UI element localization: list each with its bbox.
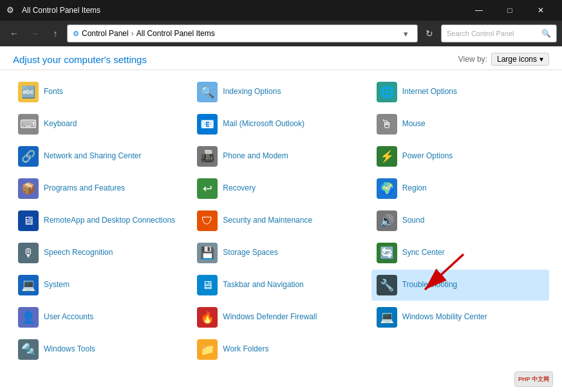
control-item-user[interactable]: 👤 User Accounts xyxy=(13,302,191,333)
item-icon-power: ⚡ xyxy=(377,146,397,167)
watermark: PHP 中文网 xyxy=(514,371,553,387)
item-label-system: System xyxy=(44,280,70,290)
item-icon-recovery: ↩ xyxy=(197,178,218,199)
item-icon-keyboard: ⌨ xyxy=(18,114,39,135)
item-label-remoteapp: RemoteApp and Desktop Connections xyxy=(44,216,175,226)
control-item-wmobility[interactable]: 💻 Windows Mobility Center xyxy=(371,302,549,333)
item-icon-windows-tools: 🔩 xyxy=(18,339,39,360)
control-item-indexing[interactable]: 🔍 Indexing Options xyxy=(192,77,370,107)
refresh-button[interactable]: ↻ xyxy=(420,24,438,42)
search-icon: 🔍 xyxy=(541,29,551,38)
item-icon-sync: 🔄 xyxy=(377,243,397,263)
address-bar: ← → ↑ ⚙ Control Panel › All Control Pane… xyxy=(0,21,562,46)
view-by-control: View by: Large icons ▾ xyxy=(458,53,549,66)
item-icon-phone: 📠 xyxy=(197,146,218,167)
control-item-storage[interactable]: 💾 Storage Spaces xyxy=(192,238,370,268)
control-item-system[interactable]: 💻 System xyxy=(13,270,191,301)
window-title: All Control Panel Items xyxy=(22,6,464,15)
view-by-button[interactable]: Large icons ▾ xyxy=(491,53,549,66)
search-box[interactable]: Search Control Panel 🔍 xyxy=(441,24,557,42)
title-bar: ⚙ All Control Panel Items — □ ✕ xyxy=(0,0,562,21)
breadcrumb-dropdown[interactable]: ▾ xyxy=(399,24,412,42)
item-label-mouse: Mouse xyxy=(402,119,426,129)
item-label-network: Network and Sharing Center xyxy=(44,151,141,162)
item-icon-internet: 🌐 xyxy=(377,82,397,102)
item-label-region: Region xyxy=(402,183,427,194)
content-header: Adjust your computer's settings View by:… xyxy=(0,46,562,70)
breadcrumb-control-panel: Control Panel xyxy=(82,29,129,38)
control-item-internet[interactable]: 🌐 Internet Options xyxy=(371,77,549,107)
view-by-label: View by: xyxy=(458,55,487,64)
item-label-troubleshoot: Troubleshooting xyxy=(402,280,458,290)
item-label-internet: Internet Options xyxy=(402,87,457,97)
control-item-security[interactable]: 🛡 Security and Maintenance xyxy=(192,205,370,236)
control-item-recovery[interactable]: ↩ Recovery xyxy=(192,173,370,204)
close-button[interactable]: ✕ xyxy=(526,0,556,21)
window-controls: — □ ✕ xyxy=(464,0,556,21)
item-label-indexing: Indexing Options xyxy=(223,87,281,97)
item-icon-mail: 📧 xyxy=(197,114,218,135)
back-button[interactable]: ← xyxy=(5,24,23,42)
item-label-user: User Accounts xyxy=(44,312,93,322)
control-item-programs[interactable]: 📦 Programs and Features xyxy=(13,173,191,204)
item-icon-wdefender: 🔥 xyxy=(197,307,218,328)
content-area: Adjust your computer's settings View by:… xyxy=(0,46,562,392)
control-item-windows-tools[interactable]: 🔩 Windows Tools xyxy=(13,334,191,365)
item-icon-speech: 🎙 xyxy=(18,243,39,263)
item-label-taskbar: Taskbar and Navigation xyxy=(223,280,303,290)
control-item-mail[interactable]: 📧 Mail (Microsoft Outlook) xyxy=(192,109,370,140)
item-icon-wmobility: 💻 xyxy=(377,307,397,328)
control-item-mouse[interactable]: 🖱 Mouse xyxy=(371,109,549,140)
item-icon-mouse: 🖱 xyxy=(377,114,397,135)
view-by-arrow: ▾ xyxy=(539,55,543,64)
control-item-keyboard[interactable]: ⌨ Keyboard xyxy=(13,109,191,140)
minimize-button[interactable]: — xyxy=(464,0,494,21)
app-icon: ⚙ xyxy=(6,5,17,15)
item-label-security: Security and Maintenance xyxy=(223,216,312,226)
control-item-region[interactable]: 🌍 Region xyxy=(371,173,549,204)
item-icon-indexing: 🔍 xyxy=(197,82,218,102)
items-grid: 🔤 Fonts 🔍 Indexing Options 🌐 Internet Op… xyxy=(13,77,549,365)
item-label-programs: Programs and Features xyxy=(44,183,125,194)
item-label-wdefender: Windows Defender Firewall xyxy=(223,312,317,322)
item-label-work: Work Folders xyxy=(223,344,268,355)
item-icon-sound: 🔊 xyxy=(377,210,397,231)
item-icon-system: 💻 xyxy=(18,275,39,295)
control-item-phone[interactable]: 📠 Phone and Modem xyxy=(192,141,370,172)
item-label-recovery: Recovery xyxy=(223,183,256,194)
control-item-speech[interactable]: 🎙 Speech Recognition xyxy=(13,238,191,268)
control-item-remoteapp[interactable]: 🖥 RemoteApp and Desktop Connections xyxy=(13,205,191,236)
item-icon-network: 🔗 xyxy=(18,146,39,167)
item-label-fonts: Fonts xyxy=(44,87,63,97)
item-icon-programs: 📦 xyxy=(18,178,39,199)
control-item-sync[interactable]: 🔄 Sync Center xyxy=(371,238,549,268)
control-item-fonts[interactable]: 🔤 Fonts xyxy=(13,77,191,107)
breadcrumb-all-items: All Control Panel Items xyxy=(136,29,215,38)
control-item-wdefender[interactable]: 🔥 Windows Defender Firewall xyxy=(192,302,370,333)
item-icon-user: 👤 xyxy=(18,307,39,328)
control-item-network[interactable]: 🔗 Network and Sharing Center xyxy=(13,141,191,172)
search-placeholder: Search Control Panel xyxy=(447,30,541,37)
items-container: 🔤 Fonts 🔍 Indexing Options 🌐 Internet Op… xyxy=(0,70,562,392)
up-button[interactable]: ↑ xyxy=(46,24,64,42)
address-input[interactable]: ⚙ Control Panel › All Control Panel Item… xyxy=(67,24,418,42)
item-label-storage: Storage Spaces xyxy=(223,248,277,258)
item-label-sync: Sync Center xyxy=(402,248,445,258)
breadcrumb-icon: ⚙ xyxy=(73,30,79,38)
control-item-power[interactable]: ⚡ Power Options xyxy=(371,141,549,172)
maximize-button[interactable]: □ xyxy=(495,0,525,21)
control-item-sound[interactable]: 🔊 Sound xyxy=(371,205,549,236)
app-window: ⚙ All Control Panel Items — □ ✕ ← → ↑ ⚙ … xyxy=(0,0,562,392)
control-item-work[interactable]: 📁 Work Folders xyxy=(192,334,370,365)
item-icon-fonts: 🔤 xyxy=(18,82,39,102)
item-label-keyboard: Keyboard xyxy=(44,119,77,129)
page-title: Adjust your computer's settings xyxy=(13,54,147,65)
item-label-power: Power Options xyxy=(402,151,453,162)
control-item-troubleshoot[interactable]: 🔧 Troubleshooting xyxy=(371,270,549,301)
item-label-mail: Mail (Microsoft Outlook) xyxy=(223,119,304,129)
item-label-windows-tools: Windows Tools xyxy=(44,344,95,355)
item-icon-storage: 💾 xyxy=(197,243,218,263)
control-item-taskbar[interactable]: 🖥 Taskbar and Navigation xyxy=(192,270,370,301)
item-label-phone: Phone and Modem xyxy=(223,151,288,162)
forward-button[interactable]: → xyxy=(26,24,44,42)
